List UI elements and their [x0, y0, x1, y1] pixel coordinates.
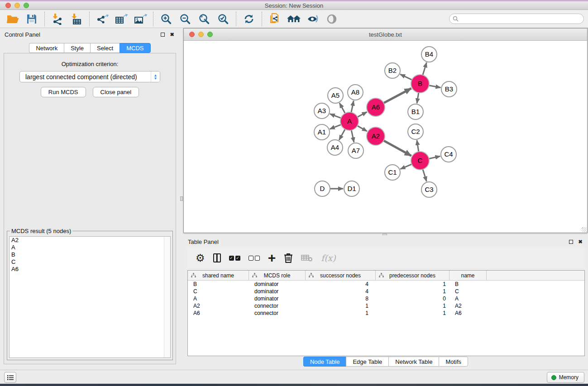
edge-A-A1[interactable] [330, 124, 341, 129]
create-column-icon[interactable]: + [268, 251, 276, 265]
tab-style[interactable]: Style [64, 43, 90, 53]
network-window-titlebar[interactable]: testGlobe.txt [184, 29, 587, 41]
close-panel-icon[interactable]: ✖ [169, 31, 175, 38]
column-header-successor-nodes[interactable]: successor nodes [306, 271, 376, 280]
column-header-name[interactable]: name [449, 271, 487, 280]
tab-network-table[interactable]: Network Table [388, 357, 439, 367]
table-cell[interactable]: 8 [306, 295, 376, 302]
edge-A6-B[interactable] [384, 88, 411, 103]
search-input[interactable] [460, 15, 583, 23]
edge-C-C3[interactable] [423, 169, 426, 181]
edge-B-B4[interactable] [423, 62, 427, 75]
close-table-panel-icon[interactable]: ✖ [577, 238, 583, 245]
table-cell[interactable]: A2 [188, 302, 249, 310]
table-cell[interactable]: B [188, 281, 249, 288]
table-cell[interactable]: dominator [249, 295, 306, 302]
resize-grip-icon[interactable] [582, 227, 587, 232]
result-scrollbar[interactable] [164, 237, 170, 357]
open-session-icon[interactable] [5, 12, 21, 26]
float-panel-icon[interactable] [159, 31, 166, 38]
node-table[interactable]: shared nameMCDS rolesuccessor nodesprede… [187, 270, 585, 356]
tab-edge-table[interactable]: Edge Table [346, 357, 388, 367]
import-table-icon[interactable] [68, 12, 85, 26]
table-cell[interactable]: dominator [249, 288, 306, 295]
edge-A-A2[interactable] [357, 126, 367, 131]
float-table-panel-icon[interactable] [568, 238, 574, 245]
table-cell[interactable]: A [449, 295, 487, 302]
table-cell[interactable]: dominator [249, 281, 306, 288]
table-cell[interactable]: C [449, 288, 487, 295]
table-cell[interactable]: A [188, 295, 249, 302]
zoom-in-icon[interactable] [158, 12, 174, 26]
table-row[interactable]: Bdominator41B [188, 281, 584, 288]
show-columns-icon[interactable] [213, 251, 221, 265]
vertical-splitter-handle[interactable] [180, 196, 183, 201]
tab-select[interactable]: Select [90, 43, 120, 53]
titlebar[interactable]: Session: New Session [0, 1, 588, 10]
delete-table-icon[interactable] [301, 251, 313, 265]
export-network-icon[interactable] [94, 12, 110, 26]
column-header-MCDS-role[interactable]: MCDS role [249, 271, 306, 280]
home-icon[interactable] [286, 12, 302, 26]
edge-A-A3[interactable] [330, 114, 341, 118]
table-options-gear-icon[interactable]: ⚙ [196, 251, 205, 265]
show-details-icon[interactable] [324, 12, 340, 26]
network-canvas[interactable]: AA1A2A3A4A5A6A7A8BB1B2B3B4CC1C2C3C4DD1 [184, 41, 587, 233]
table-cell[interactable]: C [188, 288, 249, 295]
result-list-item[interactable]: B [10, 251, 170, 258]
zoom-selected-icon[interactable] [215, 12, 231, 26]
table-cell[interactable]: 4 [306, 281, 376, 288]
result-list-item[interactable]: A [10, 244, 170, 251]
table-cell[interactable]: 1 [306, 302, 376, 310]
table-row[interactable]: Adominator80A [188, 295, 584, 302]
table-row[interactable]: A6connector11A6 [188, 310, 584, 317]
edge-C-C4[interactable] [429, 156, 440, 159]
mcds-result-list[interactable]: A2ABCA6 [9, 236, 171, 358]
table-row[interactable]: Cdominator41C [188, 288, 584, 295]
save-session-icon[interactable] [24, 12, 40, 26]
memory-button[interactable]: Memory [547, 372, 584, 383]
table-cell[interactable]: A2 [449, 302, 487, 310]
table-cell[interactable]: B [449, 281, 487, 288]
edge-B-B1[interactable] [417, 93, 419, 103]
close-panel-button[interactable]: Close panel [93, 87, 139, 97]
table-cell[interactable]: 1 [376, 288, 449, 295]
edge-A-A6[interactable] [358, 112, 367, 117]
run-mcds-button[interactable]: Run MCDS [41, 87, 86, 97]
table-cell[interactable]: A6 [449, 310, 487, 317]
edge-C-C2[interactable] [417, 140, 419, 152]
table-cell[interactable]: connector [249, 302, 306, 310]
edge-B-B2[interactable] [400, 74, 412, 80]
table-row[interactable]: A2connector11A2 [188, 302, 584, 310]
tab-mcds[interactable]: MCDS [120, 43, 150, 53]
tab-node-table[interactable]: Node Table [303, 357, 346, 367]
search-box[interactable] [449, 14, 584, 24]
edge-A-A4[interactable] [339, 129, 345, 140]
edge-A2-C[interactable] [384, 141, 411, 156]
table-cell[interactable]: 1 [376, 302, 449, 310]
edge-A-A7[interactable] [351, 130, 354, 143]
zoom-fit-icon[interactable] [196, 12, 212, 26]
zoom-out-icon[interactable] [177, 12, 193, 26]
clone-network-icon[interactable] [267, 12, 283, 26]
edge-B-B3[interactable] [429, 86, 441, 88]
network-view-window[interactable]: testGlobe.txt AA1A2A3A4A5A6A7A8BB1B2B3B4… [183, 28, 588, 233]
export-image-icon[interactable] [132, 12, 148, 26]
column-header-predecessor-nodes[interactable]: predecessor nodes [376, 271, 449, 280]
result-list-item[interactable]: A6 [10, 266, 170, 273]
import-network-icon[interactable] [49, 12, 66, 26]
edge-C-C1[interactable] [400, 164, 411, 169]
function-builder-icon[interactable]: f(x) [321, 251, 336, 265]
tab-motifs[interactable]: Motifs [439, 357, 468, 367]
table-cell[interactable]: 1 [376, 310, 449, 317]
delete-column-icon[interactable] [284, 251, 293, 265]
table-cell[interactable]: 4 [306, 288, 376, 295]
edge-A-A8[interactable] [351, 101, 354, 113]
table-cell[interactable]: 1 [306, 310, 376, 317]
deselect-all-icon[interactable] [249, 251, 260, 265]
table-cell[interactable]: 1 [376, 281, 449, 288]
table-cell[interactable]: A6 [188, 310, 249, 317]
table-cell[interactable]: 0 [376, 295, 449, 302]
hide-details-icon[interactable] [305, 12, 321, 26]
export-table-icon[interactable] [113, 12, 129, 26]
